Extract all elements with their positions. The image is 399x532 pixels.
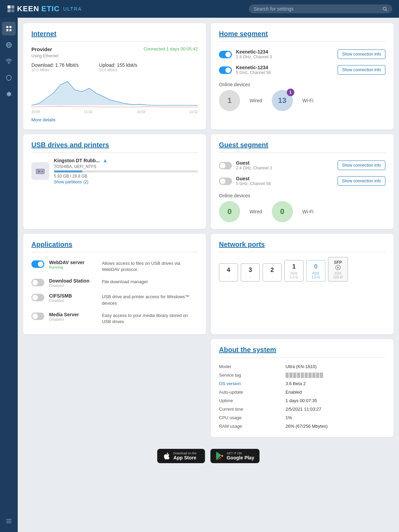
about-row-cpu: CPU usage 1% [219, 413, 385, 422]
port-0-num: 0 [314, 263, 317, 270]
svg-point-13 [9, 63, 9, 64]
usb-card: USB drives and printers Kingston DT Rubb… [23, 134, 206, 229]
appstore-name: App Store [174, 455, 197, 460]
port-0: 0 FDX1.0 G [306, 260, 325, 282]
sidebar-item-wifi[interactable] [2, 55, 16, 68]
chart-time-1: 10:59 [31, 110, 40, 114]
about-time-label: Current time [219, 405, 285, 413]
download-slider [31, 279, 44, 286]
usb-eject-icon[interactable]: ▲ [103, 157, 108, 164]
home-show-conn-btn-2[interactable]: Show connection info [338, 65, 385, 75]
about-table: Model Ultra (KN-1810) Service tag ██████… [219, 362, 385, 430]
home-wired-bubble: 1 [219, 90, 240, 111]
apps-card: Applications WebDAV server Running Allow… [23, 234, 206, 334]
internet-card: Internet Provider Connected 1 days 00:05… [23, 23, 206, 130]
guest-show-conn-btn-1[interactable]: Show connection info [338, 161, 385, 170]
usb-title: USB drives and printers [31, 141, 198, 149]
home-wifi-info-2: Keenetic-1234 5 GHz, Channel 56 [236, 65, 334, 75]
sidebar-item-settings[interactable] [2, 87, 16, 101]
google-play-icon [216, 452, 224, 460]
home-wifi-toggle-1[interactable] [219, 51, 232, 58]
port-4: 4 - [219, 263, 238, 282]
media-info: Media Server Disabled [49, 312, 97, 321]
guest-wifi-toggle-2[interactable] [219, 178, 232, 185]
port-2-num: 2 [270, 267, 274, 274]
main-content: Internet Provider Connected 1 days 00:05… [18, 18, 399, 532]
guest-wifi-item-2: Guest 5 GHz, Channel 56 Show connection … [219, 173, 385, 189]
header: KEENETIC ULTRA [0, 0, 399, 18]
home-wifi-badge: 1 [287, 89, 294, 96]
svg-line-5 [386, 10, 387, 11]
about-row-ram: RAM usage 26% (67/256 Mbytes) [219, 422, 385, 430]
search-bar[interactable] [249, 4, 392, 13]
svg-rect-0 [8, 5, 11, 9]
webdav-toggle[interactable] [31, 260, 44, 268]
webdav-name: WebDAV server [49, 260, 97, 265]
download-status: Disabled [49, 284, 97, 288]
cifs-status: Disabled [49, 299, 97, 303]
sidebar-item-menu[interactable] [2, 514, 16, 528]
search-input[interactable] [254, 6, 380, 12]
sidebar-item-internet[interactable] [2, 38, 16, 52]
provider-row: Provider Connected 1 days 00:05:42 [31, 46, 198, 52]
more-details-link[interactable]: More details [31, 117, 56, 122]
about-uptime-label: Uptime [219, 396, 285, 405]
about-row-autoupdate: Auto-update Enabled [219, 388, 385, 396]
home-wifi-label: Wi-Fi [302, 98, 314, 103]
port-sfp-label: SFP [334, 260, 342, 265]
wifi-icon [5, 58, 12, 65]
guest-wired-bubble: 0 [219, 201, 240, 222]
usb-device-name: Kingston DT Rubb... ▲ [54, 157, 198, 164]
guest-wired-count: 0 [227, 207, 232, 216]
sidebar-item-dashboard[interactable] [2, 22, 16, 35]
usb-device: Kingston DT Rubb... ▲ TOSHIBA, UEFI_NTFS… [31, 157, 198, 185]
guest-show-conn-btn-2[interactable]: Show connection info [338, 176, 385, 186]
home-wifi-sub-2: 5 GHz, Channel 56 [236, 70, 334, 75]
port-3: 3 - [241, 263, 260, 282]
app-item-download: Download Station Disabled File download … [31, 275, 198, 290]
app-item-webdav: WebDAV server Running Allows access to f… [31, 257, 198, 275]
usb-progress-fill [54, 170, 83, 172]
guest-wifi-toggle-1[interactable] [219, 162, 232, 169]
chart-area [31, 75, 198, 109]
about-row-os: OS version 3.6 Beta 2 [219, 379, 385, 388]
drive-icon [35, 166, 46, 177]
chart-time-2: 11:02 [84, 110, 92, 114]
show-partitions-link[interactable]: Show partitions [54, 180, 82, 184]
home-wifi-count: 13 [278, 96, 286, 105]
appstore-text: Download on the App Store [174, 452, 197, 460]
home-wifi-info-1: Keenetic-1234 2.4 GHz, Channel 3 [236, 49, 334, 59]
download-toggle[interactable] [31, 279, 44, 286]
appstore-button[interactable]: Download on the App Store [157, 449, 205, 463]
home-segment-card: Home segment Keenetic-1234 2.4 GHz, Chan… [211, 23, 394, 130]
cifs-toggle[interactable] [31, 294, 44, 301]
cifs-name: CIFS/SMB [49, 293, 97, 299]
about-os-value: 3.6 Beta 2 [285, 379, 385, 388]
home-wifi-toggle-2[interactable] [219, 66, 232, 74]
about-row-time: Current time 2/5/2021 11:03:27 [219, 405, 385, 413]
media-toggle[interactable] [31, 313, 44, 320]
port-1-status: FDX1.0 G [290, 272, 298, 279]
guest-wifi-name-1: Guest [236, 160, 334, 166]
download-info: Download Station Disabled [49, 278, 97, 288]
port-0-status: FDX1.0 G [312, 272, 320, 279]
sidebar [0, 18, 18, 532]
provider-sub: Using Ethernet [31, 54, 198, 58]
svg-rect-9 [10, 29, 12, 31]
guest-wifi-bubble: 0 [272, 201, 293, 222]
home-wifi-slider-2 [219, 66, 232, 74]
googleplay-button[interactable]: GET IT ON Google Play [210, 449, 260, 463]
chart-labels: 10:59 11:02 10:59 11:02 [31, 110, 198, 114]
media-desc: Easy access to your media library stored… [102, 312, 198, 325]
chart-time-4: 11:02 [189, 110, 198, 114]
about-system-title: About the system [219, 346, 385, 354]
svg-point-21 [337, 267, 339, 269]
usb-partitions-count: (2) [84, 180, 89, 184]
about-cpu-value: 1% [285, 413, 385, 422]
sidebar-item-security[interactable] [2, 71, 16, 85]
media-name: Media Server [49, 312, 97, 317]
logo-icon [7, 5, 15, 13]
home-show-conn-btn-1[interactable]: Show connection info [338, 49, 385, 59]
guest-devices-row: 0 Wired 0 Wi-Fi [219, 201, 385, 222]
apps-title: Applications [31, 241, 198, 248]
